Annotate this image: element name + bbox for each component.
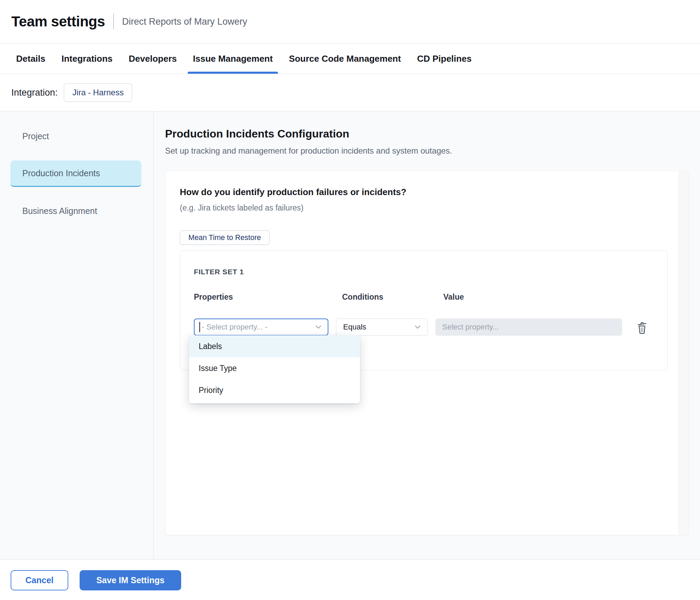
active-tab-underline: [188, 72, 278, 74]
dropdown-option-label: Labels: [199, 342, 222, 351]
question-hint: (e.g. Jira tickets labeled as failures): [180, 203, 688, 213]
cancel-button[interactable]: Cancel: [11, 570, 68, 590]
page-header: Team settings Direct Reports of Mary Low…: [0, 0, 700, 44]
tab-details[interactable]: Details: [16, 44, 45, 74]
tab-cd-pipelines[interactable]: CD Pipelines: [417, 44, 471, 74]
tab-label: Developers: [129, 53, 177, 64]
metric-chip-mean-time-to-restore[interactable]: Mean Time to Restore: [180, 230, 270, 245]
tab-issue-management[interactable]: Issue Management: [193, 44, 273, 74]
tab-developers[interactable]: Developers: [129, 44, 177, 74]
card-scrollbar[interactable]: [679, 171, 688, 535]
chevron-down-icon: [314, 323, 323, 332]
tab-label: CD Pipelines: [417, 53, 471, 64]
column-header-properties: Properties: [194, 292, 233, 302]
condition-select-value: Equals: [343, 323, 413, 332]
sidebar-item-label: Project: [22, 131, 49, 141]
page-title: Team settings: [11, 13, 105, 30]
sidebar-item-production-incidents[interactable]: Production Incidents: [10, 160, 141, 187]
property-select[interactable]: - Select property... -: [194, 319, 328, 336]
condition-select[interactable]: Equals: [336, 319, 428, 336]
tab-bar: Details Integrations Developers Issue Ma…: [0, 44, 700, 74]
dropdown-option-label: Priority: [199, 386, 223, 395]
question-heading: How do you identify production failures …: [180, 171, 688, 198]
dropdown-option-issue-type[interactable]: Issue Type: [189, 357, 360, 379]
delete-filter-button[interactable]: [634, 319, 650, 336]
integration-row: Integration: Jira - Harness: [0, 74, 700, 111]
integration-chip[interactable]: Jira - Harness: [64, 83, 132, 102]
tab-label: Details: [16, 53, 45, 64]
property-select-placeholder: - Select property... -: [202, 323, 314, 332]
text-caret: [199, 322, 200, 332]
content-area: Project Production Incidents Business Al…: [0, 111, 700, 560]
property-dropdown: Labels Issue Type Priority: [189, 335, 360, 403]
section-subtitle: Set up tracking and management for produ…: [165, 146, 700, 156]
sidebar-item-label: Production Incidents: [22, 168, 100, 178]
tab-label: Source Code Management: [289, 53, 401, 64]
main-panel: Production Incidents Configuration Set u…: [154, 111, 700, 560]
column-header-value: Value: [443, 292, 464, 302]
save-im-settings-button[interactable]: Save IM Settings: [80, 570, 181, 590]
tab-integrations[interactable]: Integrations: [61, 44, 113, 74]
filter-set-panel: FILTER SET 1 Properties Conditions Value…: [180, 250, 668, 370]
integration-label: Integration:: [11, 87, 58, 98]
footer-action-bar: Cancel Save IM Settings: [0, 560, 700, 600]
column-header-conditions: Conditions: [342, 292, 383, 302]
tab-label: Issue Management: [193, 53, 273, 64]
page-subtitle: Direct Reports of Mary Lowery: [122, 16, 247, 27]
section-title: Production Incidents Configuration: [165, 127, 700, 140]
title-separator: [113, 14, 114, 29]
dropdown-option-priority[interactable]: Priority: [189, 379, 360, 401]
sidebar-item-business-alignment[interactable]: Business Alignment: [10, 198, 141, 224]
sidebar-item-project[interactable]: Project: [10, 123, 141, 149]
trash-icon: [635, 320, 649, 335]
tab-label: Integrations: [61, 53, 113, 64]
tab-source-code-management[interactable]: Source Code Management: [289, 44, 401, 74]
value-input[interactable]: [435, 319, 622, 336]
chevron-down-icon: [413, 323, 422, 332]
filter-set-title: FILTER SET 1: [194, 268, 244, 276]
dropdown-option-labels[interactable]: Labels: [189, 335, 360, 357]
incidents-config-card: How do you identify production failures …: [165, 171, 689, 535]
dropdown-option-label: Issue Type: [199, 364, 237, 373]
sidebar-item-label: Business Alignment: [22, 206, 97, 216]
settings-sidebar: Project Production Incidents Business Al…: [0, 111, 154, 560]
